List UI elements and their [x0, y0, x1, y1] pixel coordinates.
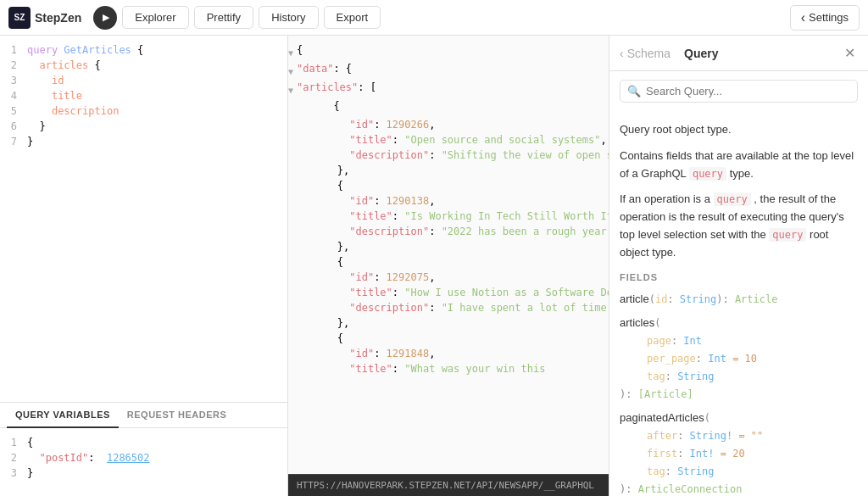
url-bar: HTTPS://HANOVERPARK.STEPZEN.NET/API/NEWS…	[288, 474, 609, 496]
right-panel: ‹ Schema Query ✕ 🔍 Query root object typ…	[609, 36, 868, 496]
json-line: },	[288, 315, 609, 331]
query-vars-section: QUERY VARIABLES REQUEST HEADERS 1 { 2 "p…	[0, 402, 287, 496]
json-line: },	[288, 239, 609, 254]
json-line: "title": "Is Working In Tech Still Worth…	[288, 209, 609, 224]
json-line: "title": "Open source and social systems…	[288, 132, 609, 148]
query-tab-label: Query	[684, 47, 718, 60]
code-line: 7 }	[0, 134, 287, 149]
run-button[interactable]	[93, 6, 117, 30]
json-line: "description": "2022 has been a rough ye…	[288, 224, 609, 239]
main-layout: 1 query GetArticles { 2 articles { 3 id …	[0, 36, 868, 496]
json-line: "description": "I have spent a lot of ti…	[288, 300, 609, 315]
url-text: HTTPS://HANOVERPARK.STEPZEN.NET/API/NEWS…	[297, 480, 594, 491]
tab-query-variables[interactable]: QUERY VARIABLES	[7, 403, 119, 428]
json-line: {	[288, 331, 609, 346]
logo-text: StepZen	[35, 11, 81, 25]
doc-paragraph-1: Query root object type.	[620, 121, 858, 139]
query-vars-tabs: QUERY VARIABLES REQUEST HEADERS	[0, 403, 287, 428]
field-entry-articles: articles( page: Int per_page: Int = 10 t…	[620, 315, 858, 403]
code-line: 2 articles {	[0, 58, 287, 73]
json-line: "title": "How I use Notion as a Software…	[288, 285, 609, 300]
doc-code-query3: query	[769, 228, 806, 242]
close-button[interactable]: ✕	[841, 45, 858, 62]
json-line: "id": 1291848,	[288, 346, 609, 361]
logo: SZ StepZen	[8, 7, 81, 29]
query-vars-editor[interactable]: 1 { 2 "postId": 1286502 3 }	[0, 428, 287, 496]
code-line: 3 id	[0, 73, 287, 88]
json-line: {	[288, 98, 609, 117]
right-panel-header: ‹ Schema Query ✕	[609, 36, 868, 71]
json-line: ▼ "articles": [	[288, 80, 609, 98]
topbar: SZ StepZen Explorer Prettify History Exp…	[0, 0, 868, 36]
doc-code-query: query	[689, 167, 726, 181]
doc-paragraph-2: Contains fields that are available at th…	[620, 148, 858, 183]
json-line: "description": "Shifting the view of ope…	[288, 148, 609, 163]
fields-heading: FIELDS	[620, 272, 858, 282]
history-button[interactable]: History	[259, 6, 318, 29]
field-entry-paginated-articles: paginatedArticles( after: String! = "" f…	[620, 410, 858, 496]
json-line: "title": "What was your win this	[288, 361, 609, 376]
left-panel: 1 query GetArticles { 2 articles { 3 id …	[0, 36, 288, 496]
tab-request-headers[interactable]: REQUEST HEADERS	[119, 403, 236, 428]
field-entry-article: article(id: String): Article	[620, 291, 858, 309]
query-tab[interactable]: Query	[684, 47, 841, 60]
json-line: },	[288, 163, 609, 178]
code-line: 6 }	[0, 119, 287, 134]
search-box: 🔍	[620, 80, 858, 103]
settings-button[interactable]: Settings	[790, 5, 860, 31]
doc-code-query2: query	[714, 192, 751, 206]
export-button[interactable]: Export	[324, 6, 381, 29]
code-line: 1 {	[0, 435, 287, 450]
code-line: 2 "postId": 1286502	[0, 450, 287, 465]
code-line: 4 title	[0, 88, 287, 103]
middle-panel: ▼{ ▼ "data": { ▼ "articles": [ { "id": 1…	[288, 36, 609, 496]
code-line: 5 description	[0, 103, 287, 119]
back-arrow-icon: ‹	[620, 47, 624, 60]
json-line: ▼{	[288, 42, 609, 61]
schema-tab[interactable]: ‹ Schema	[620, 47, 670, 60]
explorer-button[interactable]: Explorer	[122, 6, 188, 29]
json-line: "id": 1290266,	[288, 117, 609, 132]
doc-paragraph-3: If an operation is a query , the result …	[620, 191, 858, 261]
prettify-button[interactable]: Prettify	[194, 6, 253, 29]
logo-icon: SZ	[8, 7, 31, 29]
json-line: ▼ "data": {	[288, 61, 609, 80]
code-line: 1 query GetArticles {	[0, 42, 287, 58]
search-icon: 🔍	[627, 85, 641, 98]
response-area[interactable]: ▼{ ▼ "data": { ▼ "articles": [ { "id": 1…	[288, 36, 609, 474]
json-line: {	[288, 254, 609, 270]
json-line: "id": 1292075,	[288, 270, 609, 285]
json-line: "id": 1290138,	[288, 193, 609, 209]
schema-tab-label: Schema	[627, 47, 670, 60]
doc-content: Query root object type. Contains fields …	[609, 111, 868, 496]
query-editor[interactable]: 1 query GetArticles { 2 articles { 3 id …	[0, 36, 287, 402]
settings-label: Settings	[809, 11, 849, 24]
code-line: 3 }	[0, 465, 287, 481]
search-input[interactable]	[646, 85, 850, 98]
json-line: {	[288, 178, 609, 193]
